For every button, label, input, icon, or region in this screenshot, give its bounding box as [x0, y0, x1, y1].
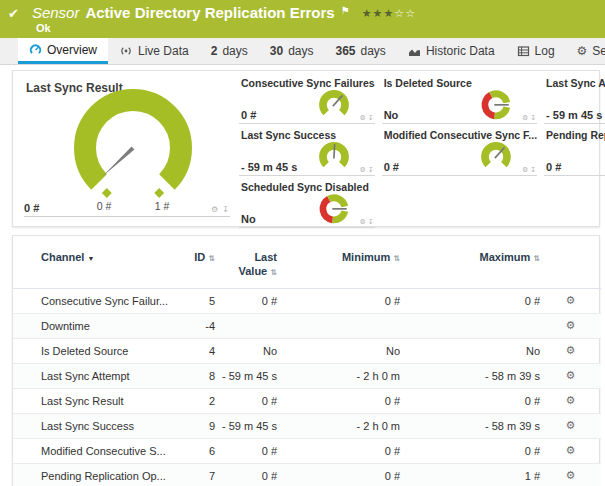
cell-channel[interactable]: Modified Consecutive S...	[13, 438, 181, 463]
gauge-action-icons[interactable]: ⚙ ↧	[522, 166, 536, 174]
table-row[interactable]: Downtime -4 ⚙	[13, 313, 601, 338]
tab-label: days	[361, 44, 386, 58]
cell-channel[interactable]: Is Deleted Source	[13, 338, 181, 363]
column-header-id[interactable]: ID ⇅	[181, 236, 215, 288]
cell-minimum: - 2 h 0 m	[277, 363, 400, 388]
table-row[interactable]: Consecutive Sync Failur... 5 0 # 0 # 0 #…	[13, 288, 601, 313]
column-label: Last	[215, 251, 277, 265]
gauge-action-icons[interactable]: ⚙ ↧	[360, 218, 374, 226]
settings-gear-icon: ⚙	[577, 44, 588, 58]
scale-min-marker	[102, 188, 112, 198]
table-row[interactable]: Last Sync Result 2 0 # 0 # 0 # ⚙	[13, 388, 601, 413]
download-icon[interactable]: ↧	[368, 114, 374, 121]
gauge-action-icons[interactable]: ⚙ ↧	[360, 114, 374, 122]
sort-desc-icon[interactable]: ▼	[87, 255, 94, 262]
channel-settings-icon[interactable]: ⚙	[566, 344, 576, 356]
cell-last-value: - 59 m 45 s	[215, 413, 277, 438]
tab-historic-data[interactable]: Historic Data	[397, 38, 506, 64]
gauge-action-icons[interactable]: ⚙ ↧	[360, 166, 374, 174]
cell-minimum: 0 #	[277, 388, 400, 413]
cell-channel[interactable]: Downtime	[13, 313, 181, 338]
table-row[interactable]: Modified Consecutive S... 6 0 # 0 # 0 # …	[13, 438, 601, 463]
download-icon[interactable]: ↧	[222, 205, 230, 214]
cell-channel[interactable]: Last Sync Success	[13, 413, 181, 438]
small-bool-gauge	[315, 191, 353, 225]
priority-stars[interactable]: ★★★☆☆	[362, 7, 416, 20]
log-table-icon	[517, 45, 530, 57]
tab-log[interactable]: Log	[506, 38, 566, 64]
gear-icon[interactable]: ⚙	[522, 114, 528, 121]
gear-icon[interactable]: ⚙	[360, 218, 366, 225]
gauge-cell-consecutive-sync-failures: Consecutive Sync Failures 0 # ⚙ ↧	[239, 72, 375, 124]
gauge-action-icons[interactable]: ⚙ ↧	[522, 114, 536, 122]
cell-minimum: 0 #	[277, 438, 400, 463]
flag-icon[interactable]: ⚑	[341, 5, 350, 16]
column-header-minimum[interactable]: Minimum ⇅	[277, 236, 400, 288]
stars-empty[interactable]: ☆☆	[394, 7, 416, 19]
channel-settings-icon[interactable]: ⚙	[566, 419, 576, 431]
tab-number: 30	[270, 44, 283, 58]
column-header-channel[interactable]: Channel ▼	[13, 236, 181, 288]
column-header-maximum[interactable]: Maximum ⇅	[400, 236, 540, 288]
cell-maximum: 0 #	[400, 388, 540, 413]
channel-settings-icon[interactable]: ⚙	[566, 469, 576, 481]
gauge-value: - 59 m 45 s	[241, 161, 297, 173]
sort-icon[interactable]: ⇅	[208, 254, 215, 263]
tab-settings[interactable]: ⚙ Settings	[566, 38, 605, 64]
gauges-panel: Last Sync Result 0 # 1 # 0 # ⚙ ↧ Consecu…	[12, 70, 600, 227]
tab-label: days	[288, 44, 313, 58]
cell-last-value: - 59 m 45 s	[215, 363, 277, 388]
gauge-action-icons[interactable]: ⚙ ↧	[211, 205, 230, 214]
channel-settings-icon[interactable]: ⚙	[566, 444, 576, 456]
gear-icon[interactable]: ⚙	[522, 166, 528, 173]
table-row[interactable]: Is Deleted Source 4 No No No ⚙	[13, 338, 601, 363]
channels-table: Channel ▼ ID ⇅ LastValue ⇅ Minimum ⇅ Max…	[13, 236, 601, 486]
object-kind-label: Sensor	[32, 4, 80, 21]
channel-settings-icon[interactable]: ⚙	[566, 369, 576, 381]
sort-icon[interactable]: ⇅	[533, 254, 540, 263]
page-title: Active Directory Replication Errors	[85, 4, 334, 21]
table-row[interactable]: Last Sync Success 9 - 59 m 45 s - 2 h 0 …	[13, 413, 601, 438]
cell-channel[interactable]: Last Sync Result	[13, 388, 181, 413]
column-label: Channel	[41, 251, 84, 263]
sort-icon[interactable]: ⇅	[270, 268, 277, 277]
main-gauge: 0 # 1 #	[38, 82, 228, 214]
cell-maximum: 1 #	[400, 463, 540, 486]
cell-channel[interactable]: Last Sync Attempt	[13, 363, 181, 388]
tab-2-days[interactable]: 2 days	[200, 38, 259, 64]
channel-settings-icon[interactable]: ⚙	[566, 294, 576, 306]
tab-live-data[interactable]: Live Data	[108, 38, 200, 64]
download-icon[interactable]: ↧	[530, 166, 536, 173]
download-icon[interactable]: ↧	[368, 218, 374, 225]
channels-table-panel: Channel ▼ ID ⇅ LastValue ⇅ Minimum ⇅ Max…	[12, 235, 600, 486]
column-header-last-value[interactable]: LastValue ⇅	[215, 236, 277, 288]
cell-last-value: No	[215, 338, 277, 363]
tab-365-days[interactable]: 365 days	[324, 38, 396, 64]
download-icon[interactable]: ↧	[368, 166, 374, 173]
channel-settings-icon[interactable]: ⚙	[566, 394, 576, 406]
tab-number: 2	[211, 44, 218, 58]
gear-icon[interactable]: ⚙	[360, 166, 366, 173]
cell-maximum: - 58 m 39 s	[400, 363, 540, 388]
cell-channel[interactable]: Consecutive Sync Failur...	[13, 288, 181, 313]
cell-channel[interactable]: Pending Replication Op...	[13, 463, 181, 486]
tab-30-days[interactable]: 30 days	[259, 38, 325, 64]
gauge-value: No	[241, 213, 256, 225]
status-ok-check-icon: ✔	[8, 6, 19, 21]
cell-last-value: 0 #	[215, 388, 277, 413]
tab-overview[interactable]: Overview	[18, 38, 108, 64]
gauge-cell-is-deleted-source: Is Deleted Source No ⚙ ↧	[382, 72, 537, 124]
gauge-value: 0 #	[241, 109, 256, 121]
gear-icon[interactable]: ⚙	[360, 114, 366, 121]
table-row[interactable]: Pending Replication Op... 7 0 # 0 # 1 # …	[13, 463, 601, 486]
gauge-value: 0 #	[546, 161, 561, 173]
status-badge: Ok	[36, 22, 597, 34]
column-header-actions	[540, 236, 601, 288]
cell-id: 9	[181, 413, 215, 438]
stars-filled[interactable]: ★★★	[362, 7, 395, 19]
sort-icon[interactable]: ⇅	[393, 254, 400, 263]
download-icon[interactable]: ↧	[530, 114, 536, 121]
channel-settings-icon[interactable]: ⚙	[566, 319, 576, 331]
table-row[interactable]: Last Sync Attempt 8 - 59 m 45 s - 2 h 0 …	[13, 363, 601, 388]
gear-icon[interactable]: ⚙	[211, 205, 219, 214]
